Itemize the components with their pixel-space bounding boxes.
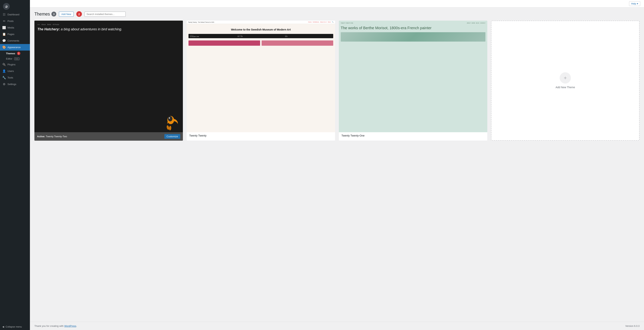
tto-image xyxy=(341,32,486,42)
hatchery-title: The Hatchery: a blog about adventures in… xyxy=(38,27,180,32)
tto-nav: TWENTY TWENTY-ONE ABOUT · WORK · BLOG · … xyxy=(341,23,486,24)
tt-block-right xyxy=(262,41,333,46)
step-2-badge: 2 xyxy=(76,11,82,17)
media-icon: ⬜ xyxy=(2,26,6,29)
twentytwenty-preview: Twenty Twenty · The Default Theme for 20… xyxy=(186,21,335,132)
sidebar: ◕ ☷ Dashboard ✏ Posts ⬜ Media 📋 Pages 💬 … xyxy=(0,0,30,330)
sidebar-item-dashboard[interactable]: ☷ Dashboard xyxy=(0,11,30,18)
collapse-icon: ◀ xyxy=(2,325,4,328)
plus-icon: + xyxy=(564,75,567,81)
theme-card-twentytwenty[interactable]: Twenty Twenty · The Default Theme for 20… xyxy=(186,21,335,141)
theme-screenshot-twentytwenty: Twenty Twenty · The Default Theme for 20… xyxy=(186,21,335,132)
footer-text: Thank you for creating with WordPress. xyxy=(34,324,77,327)
customize-button[interactable]: Customize xyxy=(164,134,180,139)
sidebar-sub-item-editor[interactable]: Editor beta xyxy=(0,56,30,61)
add-new-theme-card[interactable]: + Add New Theme xyxy=(491,21,640,141)
sidebar-sub-item-themes[interactable]: Themes 1 xyxy=(0,51,30,56)
sidebar-item-tools[interactable]: 🔧 Tools xyxy=(0,74,30,81)
theme-screenshot-twentytwentytwo: ∞∞ About Birds All Posts The Hatchery: a… xyxy=(34,21,183,132)
svg-point-4 xyxy=(168,116,172,121)
sidebar-item-pages[interactable]: 📋 Pages xyxy=(0,31,30,38)
theme-footer-twenty-twenty: Twenty Twenty xyxy=(186,132,335,139)
theme-footer-twenty-twenty-one: Twenty Twenty-One xyxy=(339,132,487,139)
wordpress-link[interactable]: WordPress xyxy=(64,324,76,327)
tt-table: ADDRESS 123 Storgatan, Umeå OPEN TODAY 9… xyxy=(188,34,333,38)
sidebar-item-posts[interactable]: ✏ Posts xyxy=(0,18,30,24)
add-new-button[interactable]: Add New xyxy=(59,12,74,17)
theme-card-twentytwentytwo[interactable]: ∞∞ About Birds All Posts The Hatchery: a… xyxy=(34,21,183,141)
svg-point-5 xyxy=(169,117,170,118)
main-content: Help ▾ Themes 3 Add New 2 ∞∞ xyxy=(30,0,644,330)
twentytwentyone-preview: TWENTY TWENTY-ONE ABOUT · WORK · BLOG · … xyxy=(339,21,487,132)
page-header: Themes 3 Add New 2 xyxy=(34,11,640,17)
sidebar-item-appearance[interactable]: 🎨 Appearance xyxy=(0,44,30,51)
tt-nav: Twenty Twenty · The Default Theme for 20… xyxy=(186,21,335,24)
active-theme-label: Active: Twenty Twenty-Two xyxy=(37,135,67,138)
help-button[interactable]: Help ▾ xyxy=(629,1,640,6)
theme-screenshot-twentytwentyone: TWENTY TWENTY-ONE ABOUT · WORK · BLOG · … xyxy=(339,21,487,132)
hatchery-eyebrow: ∞∞ About Birds All Posts xyxy=(38,24,180,26)
tto-title: The works of Berthe Morisot, 1800s-era F… xyxy=(341,26,486,30)
add-new-theme-label: Add New Theme xyxy=(556,86,575,89)
version-label: Version 6.0.3 xyxy=(625,324,640,327)
twentytwentytwo-preview: ∞∞ About Birds All Posts The Hatchery: a… xyxy=(34,21,183,132)
wp-logo: ◕ xyxy=(0,0,30,11)
page-title: Themes 3 xyxy=(34,12,56,17)
search-input[interactable] xyxy=(84,12,126,17)
sidebar-item-plugins[interactable]: 🔌 Plugins xyxy=(0,61,30,68)
themes-badge: 1 xyxy=(17,52,20,55)
comments-icon: 💬 xyxy=(2,39,6,43)
sidebar-item-comments[interactable]: 💬 Comments xyxy=(0,38,30,44)
content-area: Themes 3 Add New 2 ∞∞ About Birds All Po… xyxy=(30,8,644,322)
sidebar-item-settings[interactable]: ⚙ Settings xyxy=(0,81,30,87)
tools-icon: 🔧 xyxy=(2,76,6,79)
sidebar-item-users[interactable]: 👤 Users xyxy=(0,68,30,74)
tt-blocks xyxy=(186,39,335,47)
posts-icon: ✏ xyxy=(2,19,6,23)
footer: Thank you for creating with WordPress. V… xyxy=(30,322,644,330)
themes-grid: ∞∞ About Birds All Posts The Hatchery: a… xyxy=(34,21,640,141)
dashboard-icon: ☷ xyxy=(2,13,6,16)
theme-footer-active: Active: Twenty Twenty-Two Customize xyxy=(34,132,183,141)
wordpress-logo-icon: ◕ xyxy=(3,3,10,10)
editor-beta-badge: beta xyxy=(14,58,20,60)
sidebar-item-media[interactable]: ⬜ Media xyxy=(0,24,30,31)
collapse-menu-button[interactable]: ◀ Collapse menu xyxy=(0,323,30,330)
help-chevron-icon: ▾ xyxy=(637,2,638,5)
sidebar-navigation: ☷ Dashboard ✏ Posts ⬜ Media 📋 Pages 💬 Co… xyxy=(0,11,30,323)
appearance-icon: 🎨 xyxy=(2,46,6,49)
users-icon: 👤 xyxy=(2,69,6,73)
tt-block-left xyxy=(188,41,260,46)
topbar: Help ▾ xyxy=(30,0,644,8)
add-theme-icon: + xyxy=(560,72,571,84)
tt-hero: ... Welcome to the Swedish Museum of Mod… xyxy=(186,24,335,33)
plugins-icon: 🔌 xyxy=(2,63,6,66)
hatchery-bird-illustration xyxy=(160,110,183,132)
pages-icon: 📋 xyxy=(2,32,6,36)
settings-icon: ⚙ xyxy=(2,82,6,86)
theme-card-twentytwentyone[interactable]: TWENTY TWENTY-ONE ABOUT · WORK · BLOG · … xyxy=(339,21,487,141)
themes-count-badge: 3 xyxy=(52,12,56,17)
